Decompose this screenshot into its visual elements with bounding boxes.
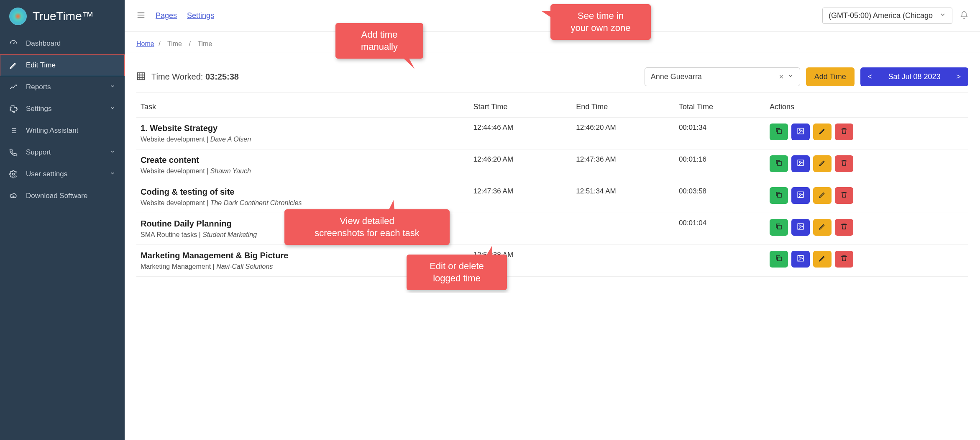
svg-rect-5 <box>778 162 781 165</box>
delete-button[interactable] <box>835 219 853 236</box>
pencil-icon <box>819 223 826 232</box>
copy-icon <box>775 223 783 232</box>
sidebar-item-support[interactable]: Support <box>0 142 125 163</box>
pencil-icon <box>819 191 826 201</box>
edit-button[interactable] <box>813 251 832 268</box>
brand-name: TrueTime™ <box>33 10 94 23</box>
svg-point-10 <box>799 193 800 194</box>
chevron-down-icon <box>110 148 115 157</box>
task-subtitle: Website development | Dave A Olsen <box>141 136 465 143</box>
time-worked-label: Time Worked: 03:25:38 <box>151 72 239 82</box>
chart-line-icon <box>9 83 18 91</box>
delete-button[interactable] <box>835 187 853 204</box>
sidebar-item-writing-assistant[interactable]: Writing Assistant <box>0 120 125 142</box>
edit-button[interactable] <box>813 124 832 140</box>
task-subtitle: Website development | Shawn Yauch <box>141 167 465 175</box>
screenshot-button[interactable] <box>791 187 810 204</box>
sidebar-item-label: Download Software <box>26 192 87 200</box>
callout-screenshots: View detailed screenshots for each task <box>284 209 450 245</box>
sidebar-item-label: Reports <box>26 83 51 91</box>
image-icon <box>797 191 804 201</box>
brand-area: TrueTime™ <box>0 0 125 33</box>
content: Time Worked: 03:25:38 Anne Guevarra × Ad… <box>125 52 980 286</box>
th-start: Start Time <box>469 97 572 118</box>
hamburger-icon[interactable] <box>136 10 146 21</box>
edit-button[interactable] <box>813 155 832 172</box>
end-time <box>572 245 675 277</box>
sidebar-item-label: Writing Assistant <box>26 126 78 135</box>
total-time: 00:01:34 <box>675 118 765 149</box>
pencil-icon <box>819 127 826 137</box>
callout-add-time: Add time manually <box>335 23 423 59</box>
image-icon <box>797 127 804 137</box>
sidebar-item-label: Settings <box>26 105 51 113</box>
start-time: 12:44:46 AM <box>469 118 572 149</box>
sidebar-item-label: Support <box>26 148 51 157</box>
screenshot-button[interactable] <box>791 251 810 268</box>
gear-icon <box>9 170 18 178</box>
date-display[interactable]: Sat Jul 08 2023 <box>880 67 949 86</box>
copy-button[interactable] <box>770 124 788 140</box>
trash-icon <box>840 159 848 169</box>
start-time: 12:47:36 AM <box>469 181 572 213</box>
nav-link-pages[interactable]: Pages <box>156 11 177 20</box>
svg-rect-8 <box>778 193 781 197</box>
delete-button[interactable] <box>835 251 853 268</box>
screenshot-button[interactable] <box>791 219 810 236</box>
nav-link-settings[interactable]: Settings <box>187 11 214 20</box>
sidebar-item-user-settings[interactable]: User settings <box>0 163 125 185</box>
chevron-down-icon <box>787 72 794 81</box>
start-time <box>469 213 572 245</box>
sidebar-item-edit-time[interactable]: Edit Time <box>0 54 125 76</box>
pencil-icon <box>819 255 826 264</box>
screenshot-button[interactable] <box>791 124 810 140</box>
image-icon <box>797 255 804 264</box>
copy-button[interactable] <box>770 219 788 236</box>
sidebar-item-download[interactable]: Download Software <box>0 185 125 207</box>
trash-icon <box>840 127 848 137</box>
sidebar-item-label: Edit Time <box>26 61 56 69</box>
screenshot-button[interactable] <box>791 155 810 172</box>
th-task: Task <box>136 97 469 118</box>
time-table: Task Start Time End Time Total Time Acti… <box>136 97 968 277</box>
breadcrumb-home[interactable]: Home <box>136 40 154 47</box>
bell-icon[interactable] <box>960 11 968 21</box>
trash-icon <box>840 223 848 232</box>
th-actions: Actions <box>765 97 968 118</box>
timezone-select[interactable]: (GMT-05:00) America (Chicago <box>822 8 952 24</box>
edit-button[interactable] <box>813 219 832 236</box>
copy-button[interactable] <box>770 187 788 204</box>
brand-logo-icon <box>9 8 27 25</box>
sidebar-item-dashboard[interactable]: Dashboard <box>0 33 125 54</box>
date-prev-button[interactable]: < <box>860 67 880 86</box>
end-time <box>572 213 675 245</box>
copy-button[interactable] <box>770 155 788 172</box>
cloud-download-icon <box>9 192 18 200</box>
copy-button[interactable] <box>770 251 788 268</box>
chevron-down-icon <box>110 105 115 113</box>
svg-rect-11 <box>778 225 781 229</box>
table-row: Routine Daily PlanningSMA Routine tasks … <box>136 213 968 245</box>
grid-icon <box>136 72 146 82</box>
task-title: Coding & testing of site <box>141 187 465 197</box>
table-row: Marketing Management & Big PictureMarket… <box>136 245 968 277</box>
delete-button[interactable] <box>835 124 853 140</box>
sidebar-item-reports[interactable]: Reports <box>0 76 125 98</box>
copy-icon <box>775 127 783 137</box>
delete-button[interactable] <box>835 155 853 172</box>
trash-icon <box>840 255 848 264</box>
copy-icon <box>775 255 783 264</box>
task-subtitle: Website development | The Dark Continent… <box>141 199 465 207</box>
th-end: End Time <box>572 97 675 118</box>
pencil-icon <box>9 61 18 69</box>
callout-timezone: See time in your own zone <box>550 4 651 40</box>
svg-rect-1 <box>138 72 145 80</box>
svg-point-16 <box>799 257 800 258</box>
add-time-button[interactable]: Add Time <box>806 67 855 86</box>
svg-rect-2 <box>778 130 781 134</box>
sidebar-item-settings[interactable]: Settings <box>0 98 125 120</box>
edit-button[interactable] <box>813 187 832 204</box>
clear-icon[interactable]: × <box>779 72 784 82</box>
user-select[interactable]: Anne Guevarra × <box>645 67 800 86</box>
date-next-button[interactable]: > <box>949 67 968 86</box>
